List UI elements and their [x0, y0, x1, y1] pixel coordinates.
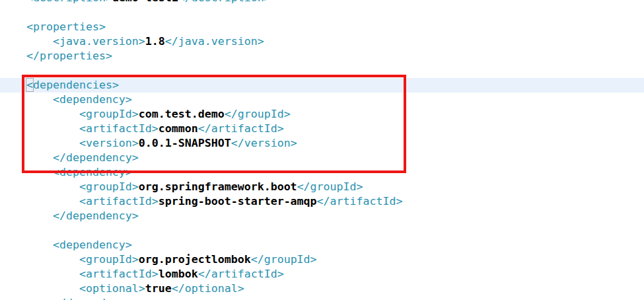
bracket-match-box: <: [26, 79, 33, 91]
xml-tag: </optional>: [172, 282, 244, 295]
code-line[interactable]: <version>0.0.1-SNAPSHOT</version>: [0, 136, 644, 151]
xml-tag: </artifactId>: [198, 122, 284, 135]
xml-value: org.springframework.boot: [139, 180, 297, 193]
xml-value: 1.8: [145, 35, 165, 48]
xml-tag: </groupId>: [225, 108, 291, 120]
code-line[interactable]: <groupId>com.test.demo</groupId>: [0, 107, 644, 122]
xml-value: demo-test1: [112, 0, 178, 4]
code-line[interactable]: </dependency>: [0, 151, 644, 165]
xml-tag: <dependency>: [26, 93, 132, 106]
xml-tag: </version>: [231, 137, 297, 149]
xml-tag: <java.version>: [26, 35, 145, 48]
code-line[interactable]: <java.version>1.8</java.version>: [0, 34, 644, 49]
xml-tag: <artifactId>: [26, 122, 159, 135]
code-line[interactable]: <artifactId>lombok</artifactId>: [0, 267, 644, 281]
xml-value: true: [145, 282, 172, 295]
code-line[interactable]: <artifactId>common</artifactId>: [0, 122, 644, 136]
xml-tag: </dependency>: [26, 151, 139, 164]
xml-value: spring-boot-starter-amqp: [159, 195, 317, 207]
xml-value: common: [159, 122, 198, 135]
xml-tag: dependencies>: [33, 79, 119, 91]
xml-tag: <groupId>: [26, 108, 139, 120]
xml-tag: <artifactId>: [26, 268, 159, 280]
xml-value: 0.0.1-SNAPSHOT: [139, 137, 231, 149]
code-line[interactable]: <dependency>: [0, 93, 644, 107]
xml-value: com.test.demo: [139, 108, 225, 120]
xml-tag: <dependency>: [26, 239, 132, 251]
code-line[interactable]: <properties>: [0, 20, 644, 34]
code-line[interactable]: </dependency>: [0, 296, 644, 300]
xml-editor: <description>demo-test1</description><pr…: [0, 0, 644, 300]
code-line[interactable]: <dependency>: [0, 165, 644, 180]
xml-tag: <optional>: [26, 282, 145, 295]
code-line[interactable]: </properties>: [0, 49, 644, 63]
xml-tag: <description>: [26, 0, 112, 4]
xml-value: lombok: [159, 268, 198, 280]
code-line[interactable]: </dependency>: [0, 209, 644, 223]
code-line[interactable]: [0, 223, 644, 238]
xml-tag: <groupId>: [26, 180, 139, 193]
code-line[interactable]: <optional>true</optional>: [0, 281, 644, 296]
xml-tag: </dependency>: [26, 209, 139, 222]
xml-tag: </java.version>: [165, 35, 264, 48]
xml-tag: <version>: [26, 137, 139, 149]
xml-tag: </properties>: [26, 50, 112, 62]
xml-value: org.projectlombok: [139, 253, 251, 266]
code-line[interactable]: [0, 5, 644, 20]
xml-tag: </artifactId>: [317, 195, 403, 207]
code-line-current[interactable]: <dependencies>: [0, 78, 644, 93]
code-line[interactable]: <groupId>org.springframework.boot</group…: [0, 180, 644, 194]
code-line[interactable]: <description>demo-test1</description>: [0, 0, 644, 5]
xml-tag: </groupId>: [251, 253, 317, 266]
xml-tag: </artifactId>: [198, 268, 284, 280]
xml-tag: <artifactId>: [26, 195, 159, 207]
code-line[interactable]: <dependency>: [0, 238, 644, 252]
code-line[interactable]: <groupId>org.projectlombok</groupId>: [0, 252, 644, 267]
xml-tag: <properties>: [26, 20, 106, 33]
code-area[interactable]: <description>demo-test1</description><pr…: [0, 0, 644, 300]
code-line[interactable]: <artifactId>spring-boot-starter-amqp</ar…: [0, 194, 644, 209]
xml-tag: </description>: [178, 0, 271, 4]
xml-tag: <groupId>: [26, 253, 139, 266]
xml-tag: </groupId>: [297, 180, 363, 193]
xml-tag: <dependency>: [26, 166, 132, 178]
xml-tag: </dependency>: [26, 297, 139, 300]
code-line[interactable]: [0, 63, 644, 78]
